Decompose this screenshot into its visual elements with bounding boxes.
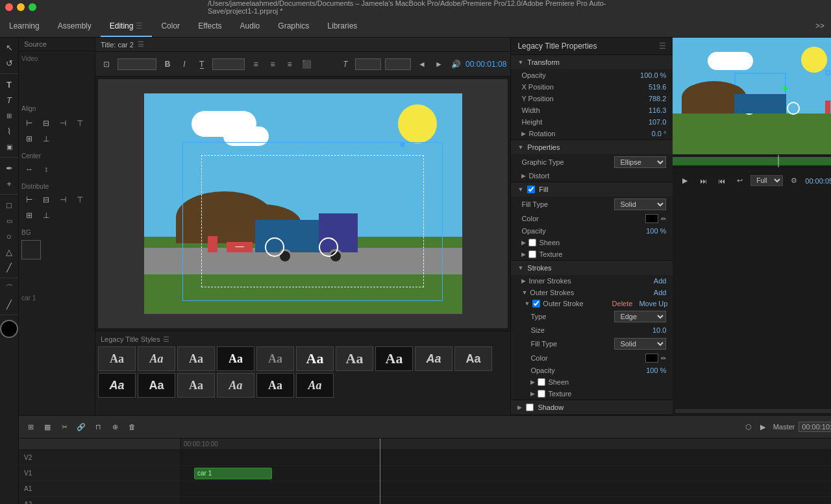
- rectangle-tool[interactable]: □: [1, 198, 18, 212]
- style-item-11[interactable]: Aa: [98, 373, 136, 398]
- select-tool[interactable]: ↖: [1, 40, 18, 54]
- transform-arrow[interactable]: ▼: [517, 59, 523, 66]
- style-item-1[interactable]: Aa: [98, 346, 136, 371]
- fill-color-picker-icon[interactable]: ✏: [661, 215, 666, 222]
- tb-text-style[interactable]: T̲: [194, 57, 208, 71]
- fill-header[interactable]: ▼ Fill: [511, 182, 673, 197]
- wheel-circle-2[interactable]: [319, 237, 338, 257]
- tb-bold[interactable]: B: [160, 57, 175, 71]
- fill-checkbox[interactable]: [527, 186, 535, 193]
- polygon-tool[interactable]: △: [1, 245, 18, 259]
- dist-center-h[interactable]: ⊟: [38, 193, 54, 207]
- properties-arrow[interactable]: ▼: [517, 144, 523, 150]
- font-size[interactable]: [212, 58, 245, 70]
- center-v[interactable]: ↕: [38, 162, 54, 176]
- style-item-16[interactable]: Aa: [296, 373, 334, 398]
- tb-color[interactable]: ⬛: [299, 57, 314, 71]
- tl-link[interactable]: 🔗: [75, 420, 88, 433]
- add-anchor-tool[interactable]: +: [1, 176, 18, 191]
- tb-prev-frame[interactable]: ◄: [415, 57, 429, 71]
- nav-learning[interactable]: Learning: [0, 14, 49, 37]
- nav-more[interactable]: >>: [809, 21, 831, 30]
- props-menu-icon[interactable]: ☰: [659, 42, 666, 51]
- prev-step-btn[interactable]: ⏭: [696, 174, 710, 188]
- tb-align-center[interactable]: ≡: [266, 57, 280, 71]
- style-item-3[interactable]: Aa: [177, 346, 215, 371]
- tb-align-left[interactable]: ≡: [249, 57, 263, 71]
- prev-play-btn[interactable]: ▶: [678, 174, 692, 188]
- font-size-field-2[interactable]: [385, 58, 411, 70]
- arc-tool[interactable]: ⌒: [1, 282, 18, 296]
- tb-select[interactable]: ⊡: [99, 57, 114, 71]
- nav-color[interactable]: Color: [152, 14, 189, 37]
- stroke-fill-type-select[interactable]: Solid Linear: [614, 338, 666, 350]
- dist-center-v[interactable]: ⊞: [21, 208, 37, 222]
- strokes-header[interactable]: ▼ Strokes: [511, 261, 673, 275]
- stroke-texture-arrow[interactable]: ▶: [530, 390, 535, 397]
- style-item-10[interactable]: Aa: [454, 346, 492, 371]
- width-value[interactable]: 116.3: [621, 106, 666, 114]
- stroke-color-picker-icon[interactable]: ✏: [661, 355, 666, 362]
- style-item-13[interactable]: Aa: [177, 373, 215, 398]
- stroke-sheen-arrow[interactable]: ▶: [530, 379, 535, 385]
- path-text-tool[interactable]: ⌇: [1, 124, 18, 138]
- prev-loop-btn[interactable]: ↩: [732, 174, 747, 188]
- shadow-arrow[interactable]: ▶: [517, 404, 522, 411]
- canvas-area[interactable]: [98, 79, 508, 328]
- font-style-field[interactable]: [355, 58, 381, 70]
- transform-header[interactable]: ▼ Transform: [511, 55, 673, 69]
- style-item-9[interactable]: Aa: [415, 346, 453, 371]
- ypos-value[interactable]: 788.2: [621, 95, 666, 102]
- align-center-v[interactable]: ⊞: [21, 132, 37, 146]
- dist-left[interactable]: ⊢: [21, 193, 37, 207]
- style-item-8[interactable]: Aa: [375, 346, 413, 371]
- fill-color-swatch[interactable]: [645, 214, 658, 223]
- inner-selection[interactable]: [201, 155, 424, 287]
- tb-text-tool-2[interactable]: T: [338, 57, 353, 71]
- align-center-h[interactable]: ⊟: [38, 116, 54, 130]
- styles-menu-icon[interactable]: ☰: [163, 335, 169, 344]
- tl-razor[interactable]: ✂: [58, 420, 71, 433]
- nav-assembly[interactable]: Assembly: [49, 14, 101, 37]
- type-tool-2[interactable]: ▣: [1, 139, 18, 154]
- rotation-arrow[interactable]: ▶: [521, 130, 526, 137]
- tb-next-frame[interactable]: ►: [432, 57, 446, 71]
- brush-tool[interactable]: ╱: [1, 297, 18, 311]
- properties-header[interactable]: ▼ Properties: [511, 140, 673, 154]
- fill-arrow[interactable]: ▼: [517, 186, 523, 193]
- text-tool[interactable]: T: [1, 77, 18, 91]
- shadow-header[interactable]: ▶ Shadow: [511, 400, 673, 414]
- selection-handle[interactable]: [400, 142, 405, 147]
- tl-sequence[interactable]: ▦: [41, 420, 54, 433]
- nav-effects[interactable]: Effects: [189, 14, 230, 37]
- outer-arrow[interactable]: ▼: [521, 289, 527, 296]
- preview-zoom-select[interactable]: Full 1/2 1/4: [750, 175, 783, 186]
- align-top[interactable]: ⊤: [72, 116, 88, 130]
- tb-italic[interactable]: I: [177, 57, 192, 71]
- tb-audio[interactable]: 🔊: [449, 57, 463, 71]
- opacity-value[interactable]: 100.0 %: [621, 71, 666, 79]
- rotation-value[interactable]: 0.0 °: [621, 130, 666, 138]
- texture-arrow[interactable]: ▶: [521, 251, 526, 258]
- height-value[interactable]: 107.0: [621, 118, 666, 126]
- title-menu-icon[interactable]: ☰: [138, 40, 144, 49]
- tb-align-right[interactable]: ≡: [282, 57, 297, 71]
- style-item-7[interactable]: Aa: [336, 346, 373, 371]
- style-item-6[interactable]: Aa: [296, 346, 334, 371]
- style-item-15[interactable]: Aa: [256, 373, 294, 398]
- editing-menu-icon[interactable]: ☰: [136, 21, 143, 30]
- align-bottom[interactable]: ⊥: [38, 132, 54, 146]
- bg-swatch[interactable]: [21, 240, 41, 259]
- sheen-arrow[interactable]: ▶: [521, 239, 526, 246]
- nav-editing[interactable]: Editing ☰: [101, 14, 153, 37]
- align-left[interactable]: ⊢: [21, 116, 37, 130]
- fill-type-select[interactable]: Solid Linear Radial: [614, 198, 666, 210]
- outer-stroke-arrow[interactable]: ▼: [524, 300, 530, 307]
- style-item-12[interactable]: Aa: [138, 373, 175, 398]
- sheen-checkbox[interactable]: [528, 239, 536, 246]
- distort-arrow[interactable]: ▶: [521, 173, 526, 179]
- fullscreen-button[interactable]: [29, 3, 36, 11]
- inner-strokes-add[interactable]: Add: [654, 277, 667, 285]
- prev-settings-icon[interactable]: ⚙: [787, 174, 801, 188]
- graphic-type-select[interactable]: Ellipse Rectangle Line: [614, 156, 666, 168]
